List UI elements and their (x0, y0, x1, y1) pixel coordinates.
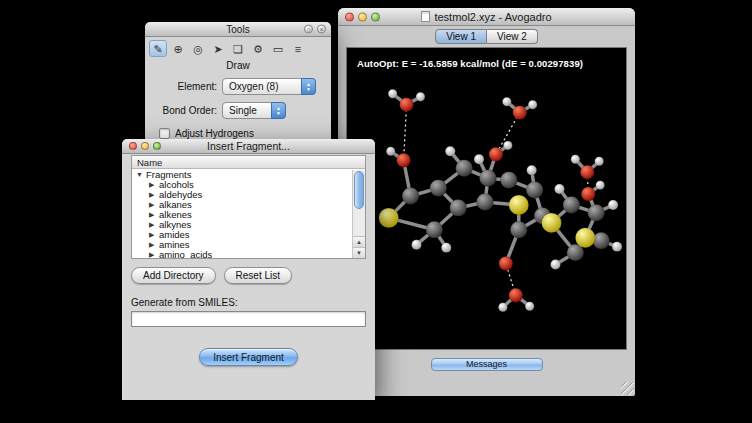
smiles-input[interactable] (131, 311, 366, 327)
reset-list-button[interactable]: Reset List (224, 267, 292, 284)
auto-optimize-tool-icon[interactable]: ⚙ (249, 40, 267, 57)
tool-section-title: Draw (145, 60, 331, 71)
selection-tool-icon[interactable]: ➤ (209, 40, 227, 57)
resize-grip[interactable] (621, 382, 634, 395)
window-controls (345, 12, 380, 21)
adjust-hydrogens-checkbox[interactable] (159, 128, 170, 139)
bond-order-value: Single (229, 105, 257, 116)
draw-tool-icon[interactable]: ✎ (149, 40, 167, 57)
tab-view-1[interactable]: View 1 (435, 29, 487, 44)
name-column-header[interactable]: Name (132, 156, 365, 169)
autoopt-status-text: AutoOpt: E = -16.5859 kcal/mol (dE = 0.0… (357, 58, 583, 69)
zoom-button[interactable] (371, 12, 380, 21)
navigate-tool-icon[interactable]: ⊕ (169, 40, 187, 57)
scrollbar-thumb[interactable] (354, 171, 364, 209)
zoom-button[interactable] (153, 142, 161, 150)
tools-window-title: Tools (226, 24, 249, 35)
disclosure-triangle-icon[interactable]: ▶ (149, 220, 159, 230)
disclosure-triangle-icon[interactable]: ▶ (149, 230, 159, 240)
tools-window-titlebar[interactable]: Tools ○ × (145, 22, 331, 37)
adjust-hydrogens-label: Adjust Hydrogens (175, 128, 254, 139)
smiles-label: Generate from SMILES: (131, 297, 366, 308)
tool-toolbar: ✎⊕◎➤❏⚙▭≡ (145, 37, 331, 58)
disclosure-triangle-icon[interactable]: ▶ (149, 190, 159, 200)
fragment-dialog-title: Insert Fragment... (207, 140, 290, 152)
element-dropdown[interactable]: Oxygen (8) ▲▼ (222, 78, 316, 95)
fragment-list: Name ▼Fragments▶alcohols▶aldehydes▶alkan… (131, 155, 366, 259)
disclosure-triangle-icon[interactable]: ▶ (149, 200, 159, 210)
fragment-dialog-titlebar[interactable]: Insert Fragment... (122, 139, 375, 154)
minimize-button[interactable] (141, 142, 149, 150)
bond-order-dropdown[interactable]: Single ▲▼ (222, 102, 286, 119)
avogadro-main-window: testmol2.xyz - Avogadro View 1 View 2 (338, 8, 635, 396)
view-tabbar: View 1 View 2 (338, 29, 635, 44)
bond-order-label: Bond Order: (153, 105, 217, 116)
list-item-label: amino_acids (159, 250, 212, 258)
list-scrollbar[interactable]: ▲ ▼ (352, 170, 365, 258)
element-value: Oxygen (8) (229, 81, 278, 92)
desktop: testmol2.xyz - Avogadro View 1 View 2 (0, 0, 752, 423)
close-button[interactable] (345, 12, 354, 21)
messages-button[interactable]: Messages (431, 358, 543, 371)
measure-tool-icon[interactable]: ▭ (269, 40, 287, 57)
scroll-up-icon[interactable]: ▲ (353, 236, 365, 247)
manipulate-tool-icon[interactable]: ❏ (229, 40, 247, 57)
close-button[interactable]: × (317, 25, 326, 34)
popup-arrows-icon: ▲▼ (271, 102, 286, 119)
float-button[interactable]: ○ (304, 25, 313, 34)
main-window-title: testmol2.xyz - Avogadro (434, 11, 551, 23)
molecule-viewport[interactable]: AutoOpt: E = -16.5859 kcal/mol (dE = 0.0… (346, 47, 627, 350)
insert-fragment-button[interactable]: Insert Fragment (199, 348, 298, 366)
scroll-down-icon[interactable]: ▼ (353, 247, 365, 258)
disclosure-triangle-icon[interactable]: ▶ (149, 240, 159, 250)
popup-arrows-icon: ▲▼ (301, 78, 316, 95)
disclosure-triangle-icon[interactable]: ▼ (136, 170, 146, 180)
align-tool-icon[interactable]: ≡ (289, 40, 307, 57)
scrollbar-arrows: ▲ ▼ (353, 236, 365, 258)
close-button[interactable] (129, 142, 137, 150)
main-window-titlebar[interactable]: testmol2.xyz - Avogadro (338, 8, 635, 26)
disclosure-triangle-icon[interactable]: ▶ (149, 250, 159, 258)
bond-centric-tool-icon[interactable]: ◎ (189, 40, 207, 57)
element-label: Element: (153, 81, 217, 92)
tab-view-2[interactable]: View 2 (487, 29, 538, 44)
document-icon (421, 11, 430, 22)
dock-buttons: ○ × (304, 25, 326, 34)
disclosure-triangle-icon[interactable]: ▶ (149, 180, 159, 190)
window-controls (129, 142, 161, 150)
insert-fragment-dialog: Insert Fragment... Name ▼Fragments▶alcoh… (122, 139, 375, 400)
minimize-button[interactable] (358, 12, 367, 21)
list-item[interactable]: ▶amino_acids (132, 250, 352, 258)
molecule-render (347, 48, 626, 349)
add-directory-button[interactable]: Add Directory (131, 267, 216, 284)
disclosure-triangle-icon[interactable]: ▶ (149, 210, 159, 220)
